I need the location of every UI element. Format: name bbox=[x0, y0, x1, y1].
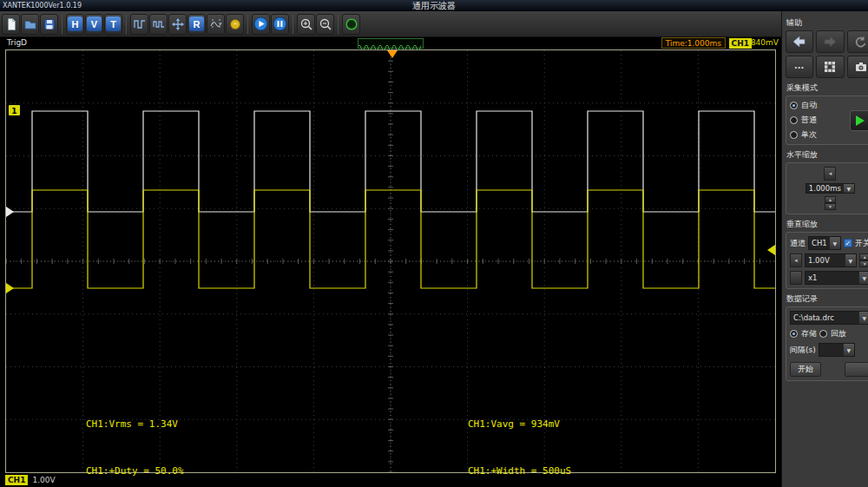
measurement-line: CH1:Vrms = 1.34V bbox=[86, 417, 195, 432]
aux-buttons: ••• bbox=[786, 30, 868, 78]
check-icon: ✓ bbox=[845, 240, 851, 247]
horizontal-group: ◄ 1.000ms▼ ▲ ▼ bbox=[786, 162, 868, 214]
screenshot-button[interactable] bbox=[847, 56, 868, 78]
trigger-level-marker[interactable] bbox=[767, 245, 775, 255]
trigger-status: TrigD bbox=[7, 38, 27, 47]
radio-icon bbox=[819, 330, 827, 338]
aux-section-title: 辅助 bbox=[786, 17, 868, 29]
horizontal-menu-button[interactable]: H bbox=[66, 14, 84, 35]
self-calibration-button[interactable] bbox=[342, 14, 360, 35]
dots-icon: ••• bbox=[794, 63, 804, 71]
xy-mode-button[interactable] bbox=[168, 14, 187, 35]
title-bar: 通用示波器 XANTEK1000Ver1.0.19 bbox=[0, 0, 868, 11]
zoom-in-icon bbox=[299, 17, 313, 31]
run-button[interactable] bbox=[252, 14, 270, 35]
probe-dropdown[interactable]: x1▼ bbox=[805, 271, 868, 285]
channel-dropdown[interactable]: CH1▼ bbox=[808, 236, 841, 250]
square-wave-button[interactable] bbox=[130, 14, 148, 35]
toolbar-separator bbox=[247, 15, 248, 34]
back-button[interactable] bbox=[786, 30, 813, 53]
record-playback-radio[interactable]: 回放 bbox=[819, 328, 846, 339]
record-section-title: 数据记录 bbox=[786, 293, 868, 305]
measurement-line: CH1:Vavg = 934mV bbox=[468, 417, 577, 432]
undo-arrow-icon bbox=[854, 35, 868, 49]
measurement-line: CH1:+Duty = 50.0% bbox=[86, 464, 195, 479]
camera-icon bbox=[854, 60, 868, 74]
toolbar-separator bbox=[293, 15, 293, 34]
window-title: 通用示波器 bbox=[0, 0, 868, 12]
more-options-button[interactable]: ••• bbox=[786, 56, 813, 78]
cursor-measure-button[interactable] bbox=[207, 14, 225, 35]
save-floppy-icon bbox=[43, 17, 56, 31]
measurements-right: CH1:Vavg = 934mV CH1:+Width = 500uS CH1:… bbox=[468, 385, 577, 487]
record-start-button[interactable]: 开始 bbox=[790, 362, 821, 377]
timebase-up-button[interactable]: ▲ bbox=[825, 196, 836, 203]
volts-up-button[interactable]: ▲ bbox=[859, 253, 868, 260]
channel-position-marker-white[interactable] bbox=[6, 207, 14, 217]
acquire-auto-radio[interactable]: 自动 bbox=[790, 100, 846, 111]
chevron-down-icon: ▼ bbox=[844, 184, 854, 193]
switch-label: 开关 bbox=[855, 238, 868, 249]
probe-step-button[interactable] bbox=[790, 271, 802, 285]
radio-selected-icon bbox=[790, 102, 798, 109]
trace-yellow bbox=[6, 190, 775, 288]
interval-label: 间隔(s) bbox=[790, 345, 816, 356]
zoom-in-button[interactable] bbox=[297, 14, 315, 35]
open-file-button[interactable] bbox=[21, 14, 39, 35]
control-sidebar: 辅助 ••• 采集模式 自动 普通 单次 水平缩放 ◄ bbox=[781, 11, 868, 487]
record-store-radio[interactable]: 存储 bbox=[790, 328, 817, 339]
record-secondary-button[interactable] bbox=[845, 362, 868, 377]
trigger-menu-button[interactable]: T bbox=[104, 14, 122, 35]
waveform-preview[interactable] bbox=[358, 38, 424, 49]
autoset-icon bbox=[228, 17, 242, 31]
channel-enable-checkbox[interactable]: ✓ bbox=[844, 239, 852, 247]
interval-dropdown[interactable]: ▼ bbox=[819, 343, 855, 357]
timebase-down-button[interactable]: ▼ bbox=[825, 203, 836, 210]
timebase-left-button[interactable]: ◄ bbox=[824, 167, 836, 181]
trigger-position-marker[interactable] bbox=[387, 50, 398, 58]
channel-position-marker-yellow[interactable] bbox=[6, 283, 14, 293]
chevron-down-icon: ▼ bbox=[830, 237, 840, 249]
autoset-button[interactable] bbox=[226, 14, 244, 35]
new-file-button[interactable] bbox=[2, 14, 20, 35]
undo-button[interactable] bbox=[847, 30, 868, 53]
zoom-out-icon bbox=[319, 17, 332, 31]
new-file-icon bbox=[4, 17, 18, 31]
zoom-out-button[interactable] bbox=[316, 14, 334, 35]
open-folder-icon bbox=[23, 17, 37, 31]
pause-icon bbox=[273, 16, 287, 31]
green-play-icon bbox=[856, 115, 865, 126]
acquire-normal-radio[interactable]: 普通 bbox=[790, 115, 846, 126]
pause-button[interactable] bbox=[271, 14, 289, 35]
vertical-menu-button[interactable]: V bbox=[85, 14, 103, 35]
volts-left-button[interactable]: ◄ bbox=[790, 253, 802, 267]
pulse-wave-button[interactable] bbox=[149, 14, 168, 35]
qr-grid-icon bbox=[824, 61, 836, 73]
volts-down-button[interactable]: ▼ bbox=[859, 260, 868, 267]
acquire-group: 自动 普通 单次 bbox=[786, 95, 868, 145]
chevron-down-icon: ▼ bbox=[859, 312, 868, 324]
measurement-line: CH1:+Width = 500uS bbox=[468, 464, 577, 479]
timebase-dropdown[interactable]: 1.000ms▼ bbox=[806, 183, 855, 194]
forward-arrow-icon bbox=[821, 35, 838, 49]
toolbar-separator bbox=[338, 15, 339, 34]
record-group: C:\data.drc▼ 存储 回放 间隔(s) ▼ 开始 bbox=[786, 306, 868, 381]
volts-dropdown[interactable]: 1.00V▼ bbox=[805, 253, 857, 267]
square-wave-icon bbox=[133, 17, 147, 31]
toolbar: H V T R bbox=[0, 11, 781, 37]
scope-display[interactable]: 1 CH1:Vrms = 1.34V CH1:+Duty = 50.0% CH1… bbox=[5, 49, 776, 473]
display-setup-button[interactable] bbox=[816, 56, 844, 78]
save-button[interactable] bbox=[40, 14, 58, 35]
chevron-down-icon: ▼ bbox=[845, 254, 856, 267]
measurements-left: CH1:Vrms = 1.34V CH1:+Duty = 50.0% CH1:F… bbox=[86, 385, 195, 487]
acquire-single-radio[interactable]: 单次 bbox=[790, 129, 846, 141]
forward-button[interactable] bbox=[816, 30, 844, 53]
refresh-button[interactable]: R bbox=[187, 14, 206, 35]
record-file-dropdown[interactable]: C:\data.drc▼ bbox=[790, 311, 868, 325]
channel1-badge[interactable]: CH1 bbox=[5, 475, 28, 485]
vertical-section-title: 垂直缩放 bbox=[786, 219, 868, 230]
vertical-group: 通道 CH1▼ ✓ 开关 ◄ 1.00V▼ ▲ ▼ x1▼ bbox=[786, 232, 868, 289]
green-ring-icon bbox=[345, 17, 358, 31]
acquire-run-button[interactable] bbox=[850, 110, 868, 131]
toolbar-separator bbox=[62, 15, 62, 34]
